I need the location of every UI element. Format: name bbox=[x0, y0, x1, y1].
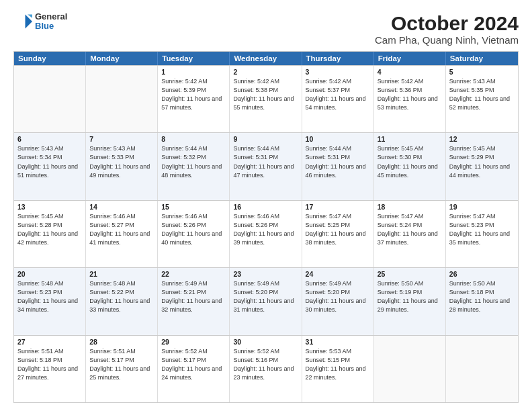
calendar-cell: 6Sunrise: 5:43 AM Sunset: 5:34 PM Daylig… bbox=[14, 133, 86, 199]
weekday-header: Tuesday bbox=[158, 52, 230, 65]
calendar-cell bbox=[446, 336, 518, 402]
day-info: Sunrise: 5:47 AM Sunset: 5:24 PM Dayligh… bbox=[378, 212, 442, 247]
day-info: Sunrise: 5:46 AM Sunset: 5:26 PM Dayligh… bbox=[161, 212, 226, 247]
day-number: 15 bbox=[161, 203, 226, 211]
logo-blue: Blue bbox=[35, 21, 67, 31]
day-number: 16 bbox=[233, 203, 298, 211]
day-info: Sunrise: 5:42 AM Sunset: 5:37 PM Dayligh… bbox=[306, 77, 370, 112]
day-info: Sunrise: 5:42 AM Sunset: 5:39 PM Dayligh… bbox=[161, 77, 226, 112]
day-info: Sunrise: 5:49 AM Sunset: 5:21 PM Dayligh… bbox=[161, 279, 226, 314]
calendar-cell: 25Sunrise: 5:50 AM Sunset: 5:19 PM Dayli… bbox=[374, 268, 446, 334]
day-number: 9 bbox=[233, 135, 298, 143]
calendar-cell: 22Sunrise: 5:49 AM Sunset: 5:21 PM Dayli… bbox=[158, 268, 230, 334]
calendar-cell: 11Sunrise: 5:45 AM Sunset: 5:30 PM Dayli… bbox=[374, 133, 446, 199]
page-title: October 2024 bbox=[375, 12, 519, 34]
calendar-cell: 8Sunrise: 5:44 AM Sunset: 5:32 PM Daylig… bbox=[158, 133, 230, 199]
calendar-cell bbox=[14, 66, 86, 132]
calendar-week: 1Sunrise: 5:42 AM Sunset: 5:39 PM Daylig… bbox=[14, 65, 518, 132]
calendar-cell: 7Sunrise: 5:43 AM Sunset: 5:33 PM Daylig… bbox=[86, 133, 158, 199]
day-number: 26 bbox=[449, 270, 515, 278]
day-info: Sunrise: 5:49 AM Sunset: 5:20 PM Dayligh… bbox=[233, 279, 298, 314]
day-info: Sunrise: 5:49 AM Sunset: 5:20 PM Dayligh… bbox=[306, 279, 370, 314]
weekday-header: Sunday bbox=[14, 52, 86, 65]
day-info: Sunrise: 5:43 AM Sunset: 5:33 PM Dayligh… bbox=[89, 144, 154, 179]
calendar-header: SundayMondayTuesdayWednesdayThursdayFrid… bbox=[14, 52, 518, 65]
calendar-cell: 19Sunrise: 5:47 AM Sunset: 5:23 PM Dayli… bbox=[446, 201, 518, 267]
calendar-cell: 31Sunrise: 5:53 AM Sunset: 5:15 PM Dayli… bbox=[302, 336, 374, 402]
day-number: 19 bbox=[449, 203, 515, 211]
day-info: Sunrise: 5:50 AM Sunset: 5:18 PM Dayligh… bbox=[449, 279, 515, 314]
day-number: 25 bbox=[378, 270, 442, 278]
day-number: 12 bbox=[449, 135, 515, 143]
day-number: 28 bbox=[89, 338, 154, 346]
day-number: 10 bbox=[306, 135, 370, 143]
day-number: 29 bbox=[161, 338, 226, 346]
calendar-cell: 2Sunrise: 5:42 AM Sunset: 5:38 PM Daylig… bbox=[230, 66, 302, 132]
day-number: 7 bbox=[89, 135, 154, 143]
calendar: SundayMondayTuesdayWednesdayThursdayFrid… bbox=[13, 51, 519, 403]
calendar-cell: 23Sunrise: 5:49 AM Sunset: 5:20 PM Dayli… bbox=[230, 268, 302, 334]
day-info: Sunrise: 5:43 AM Sunset: 5:34 PM Dayligh… bbox=[17, 144, 82, 179]
logo: General Blue bbox=[13, 12, 67, 32]
calendar-cell: 27Sunrise: 5:51 AM Sunset: 5:18 PM Dayli… bbox=[14, 336, 86, 402]
day-number: 13 bbox=[17, 203, 82, 211]
calendar-cell: 20Sunrise: 5:48 AM Sunset: 5:23 PM Dayli… bbox=[14, 268, 86, 334]
calendar-week: 20Sunrise: 5:48 AM Sunset: 5:23 PM Dayli… bbox=[14, 267, 518, 334]
calendar-cell: 3Sunrise: 5:42 AM Sunset: 5:37 PM Daylig… bbox=[302, 66, 374, 132]
calendar-cell: 24Sunrise: 5:49 AM Sunset: 5:20 PM Dayli… bbox=[302, 268, 374, 334]
calendar-cell: 14Sunrise: 5:46 AM Sunset: 5:27 PM Dayli… bbox=[86, 201, 158, 267]
weekday-header: Thursday bbox=[302, 52, 374, 65]
day-info: Sunrise: 5:51 AM Sunset: 5:17 PM Dayligh… bbox=[89, 347, 154, 382]
day-number: 4 bbox=[378, 68, 442, 76]
calendar-cell: 4Sunrise: 5:42 AM Sunset: 5:36 PM Daylig… bbox=[374, 66, 446, 132]
day-info: Sunrise: 5:44 AM Sunset: 5:31 PM Dayligh… bbox=[306, 144, 370, 179]
calendar-cell: 10Sunrise: 5:44 AM Sunset: 5:31 PM Dayli… bbox=[302, 133, 374, 199]
day-info: Sunrise: 5:52 AM Sunset: 5:16 PM Dayligh… bbox=[233, 347, 298, 382]
day-number: 11 bbox=[378, 135, 442, 143]
calendar-cell: 29Sunrise: 5:52 AM Sunset: 5:17 PM Dayli… bbox=[158, 336, 230, 402]
day-number: 17 bbox=[306, 203, 370, 211]
day-number: 14 bbox=[89, 203, 154, 211]
day-number: 18 bbox=[378, 203, 442, 211]
weekday-header: Friday bbox=[374, 52, 446, 65]
day-number: 20 bbox=[17, 270, 82, 278]
day-number: 21 bbox=[89, 270, 154, 278]
calendar-cell: 30Sunrise: 5:52 AM Sunset: 5:16 PM Dayli… bbox=[230, 336, 302, 402]
day-number: 5 bbox=[449, 68, 515, 76]
calendar-body: 1Sunrise: 5:42 AM Sunset: 5:39 PM Daylig… bbox=[14, 65, 518, 402]
header: General Blue October 2024 Cam Pha, Quang… bbox=[13, 12, 519, 46]
logo-icon bbox=[13, 12, 32, 31]
day-number: 22 bbox=[161, 270, 226, 278]
day-info: Sunrise: 5:46 AM Sunset: 5:26 PM Dayligh… bbox=[233, 212, 298, 247]
weekday-header: Saturday bbox=[446, 52, 518, 65]
day-info: Sunrise: 5:48 AM Sunset: 5:22 PM Dayligh… bbox=[89, 279, 154, 314]
calendar-week: 6Sunrise: 5:43 AM Sunset: 5:34 PM Daylig… bbox=[14, 132, 518, 199]
day-number: 6 bbox=[17, 135, 82, 143]
calendar-cell: 17Sunrise: 5:47 AM Sunset: 5:25 PM Dayli… bbox=[302, 201, 374, 267]
day-number: 2 bbox=[233, 68, 298, 76]
page: General Blue October 2024 Cam Pha, Quang… bbox=[0, 0, 532, 411]
day-info: Sunrise: 5:45 AM Sunset: 5:28 PM Dayligh… bbox=[17, 212, 82, 247]
calendar-week: 13Sunrise: 5:45 AM Sunset: 5:28 PM Dayli… bbox=[14, 200, 518, 267]
calendar-cell: 16Sunrise: 5:46 AM Sunset: 5:26 PM Dayli… bbox=[230, 201, 302, 267]
day-number: 24 bbox=[306, 270, 370, 278]
svg-marker-1 bbox=[28, 15, 32, 18]
calendar-cell: 18Sunrise: 5:47 AM Sunset: 5:24 PM Dayli… bbox=[374, 201, 446, 267]
day-info: Sunrise: 5:52 AM Sunset: 5:17 PM Dayligh… bbox=[161, 347, 226, 382]
logo-general: General bbox=[35, 12, 67, 21]
day-info: Sunrise: 5:45 AM Sunset: 5:30 PM Dayligh… bbox=[378, 144, 442, 179]
calendar-cell bbox=[374, 336, 446, 402]
calendar-week: 27Sunrise: 5:51 AM Sunset: 5:18 PM Dayli… bbox=[14, 335, 518, 402]
day-number: 23 bbox=[233, 270, 298, 278]
day-info: Sunrise: 5:43 AM Sunset: 5:35 PM Dayligh… bbox=[449, 77, 515, 112]
day-number: 31 bbox=[306, 338, 370, 346]
day-info: Sunrise: 5:45 AM Sunset: 5:29 PM Dayligh… bbox=[449, 144, 515, 179]
calendar-cell: 26Sunrise: 5:50 AM Sunset: 5:18 PM Dayli… bbox=[446, 268, 518, 334]
day-number: 27 bbox=[17, 338, 82, 346]
day-info: Sunrise: 5:46 AM Sunset: 5:27 PM Dayligh… bbox=[89, 212, 154, 247]
logo-text: General Blue bbox=[35, 12, 67, 32]
day-info: Sunrise: 5:42 AM Sunset: 5:38 PM Dayligh… bbox=[233, 77, 298, 112]
day-info: Sunrise: 5:53 AM Sunset: 5:15 PM Dayligh… bbox=[306, 347, 370, 382]
calendar-cell: 21Sunrise: 5:48 AM Sunset: 5:22 PM Dayli… bbox=[86, 268, 158, 334]
calendar-cell: 13Sunrise: 5:45 AM Sunset: 5:28 PM Dayli… bbox=[14, 201, 86, 267]
